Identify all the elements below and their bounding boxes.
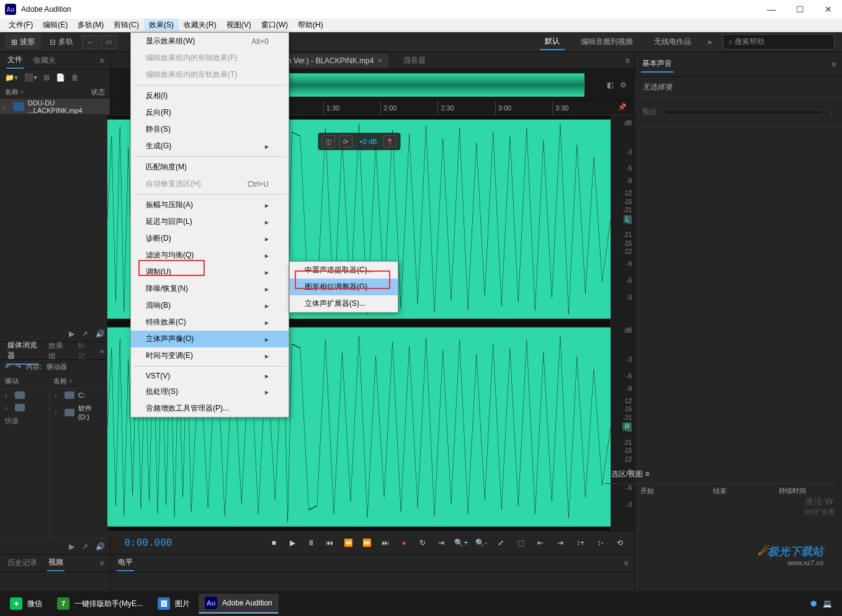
effects-menu-item[interactable]: 混响(B)▸ — [131, 297, 289, 314]
effects-menu-item[interactable]: 反相(I) — [131, 87, 289, 104]
marker-tab[interactable]: 标记 — [76, 338, 91, 364]
zoom-sel-icon[interactable]: ⬚ — [514, 536, 527, 550]
preset-select[interactable] — [665, 110, 822, 115]
mode-waveform[interactable]: ⊞ 波形 — [5, 34, 41, 50]
effects-menu-item[interactable]: 生成(G)▸ — [131, 138, 289, 154]
zoom-in-time-icon[interactable]: ⇤ — [534, 536, 547, 550]
effects-menu-item[interactable]: 匹配响度(M) — [131, 159, 289, 176]
preset-menu-icon[interactable]: ⋮ — [827, 108, 835, 117]
drive-item[interactable]: › — [0, 401, 49, 414]
menu-edit[interactable]: 编辑(E) — [38, 19, 73, 32]
effects-menu-item[interactable]: 反向(R) — [131, 104, 289, 121]
effects-menu-item[interactable]: 延迟与回声(L)▸ — [131, 213, 289, 230]
multitrack-new-icon[interactable]: ⊞ — [43, 73, 50, 82]
record-icon[interactable]: ⬛▾ — [24, 73, 37, 82]
close-tab-icon[interactable]: × — [377, 56, 382, 65]
effects-menu-item[interactable]: 音频增效工具管理器(P)... — [131, 400, 289, 417]
task-typeset[interactable]: 7 一键排版助手(MyE... — [51, 594, 149, 614]
task-wechat[interactable]: ✦ 微信 — [4, 594, 48, 614]
zoom-in-icon[interactable]: 🔍+ — [454, 536, 468, 550]
stereo-submenu-item[interactable]: 中置声道提取器(C)... — [290, 262, 398, 279]
forward-button[interactable]: ⏩ — [360, 536, 374, 550]
panel-menu-icon[interactable]: ≡ — [99, 559, 104, 568]
col-name[interactable]: 名称 ↑ — [5, 87, 91, 97]
files-tab[interactable]: 文件 — [6, 52, 24, 69]
menu-help[interactable]: 帮助(H) — [293, 19, 328, 32]
zoom-out-icon[interactable]: 🔍- — [474, 536, 488, 550]
col-status[interactable]: 状态 — [91, 87, 105, 97]
record-button[interactable]: ● — [397, 536, 411, 550]
stereo-submenu-item[interactable]: 图形相位调整器(G)... — [290, 279, 398, 295]
effects-menu-item[interactable]: 振幅与压限(A)▸ — [131, 197, 289, 213]
menu-window[interactable]: 窗口(W) — [256, 19, 293, 32]
autoplay-icon[interactable]: 🔊 — [96, 542, 105, 551]
mb-fwd-icon[interactable]: ↷ — [16, 363, 21, 371]
timecode[interactable]: 0:00.000 — [118, 537, 242, 548]
drive-item[interactable]: › — [0, 389, 49, 401]
effects-menu-item[interactable]: 降噪/恢复(N)▸ — [131, 280, 289, 297]
zoom-out-time-icon[interactable]: ⇥ — [553, 536, 567, 550]
mode-multitrack[interactable]: ⊟ 多轨 — [43, 34, 79, 50]
tray-monitor-icon[interactable]: 💻 — [823, 599, 832, 608]
effects-group-tab[interactable]: 效果组 — [47, 338, 68, 364]
toolbar-icon-1[interactable]: ↔ — [82, 35, 98, 49]
effects-menu-item[interactable]: VST(V)▸ — [131, 368, 289, 383]
favorites-tab[interactable]: 收藏夹 — [32, 53, 57, 68]
menu-favorites[interactable]: 收藏夹(R) — [179, 19, 222, 32]
sel-view-tab[interactable]: 选区/视图 — [611, 470, 643, 478]
loop-button[interactable]: ↻ — [416, 536, 429, 550]
level-tab[interactable]: 电平 — [117, 555, 134, 571]
panel-menu-icon[interactable]: ≡ — [625, 56, 629, 65]
media-browser-tab[interactable]: 媒体浏览器 — [6, 337, 38, 365]
menu-view[interactable]: 视图(V) — [222, 19, 256, 32]
close-button[interactable]: ✕ — [820, 4, 837, 14]
zoom-amp-out-icon[interactable]: ↕- — [593, 536, 607, 550]
pin-icon[interactable]: 📌 — [618, 103, 627, 111]
panel-menu-icon[interactable]: ≡ — [831, 60, 836, 69]
go-end-button[interactable]: ⏭ — [378, 536, 392, 550]
toolbar-icon-2[interactable]: ▭ — [101, 35, 117, 49]
workspace-edit-audio-video[interactable]: 编辑音频到视频 — [576, 34, 638, 50]
panel-menu-icon[interactable]: ≡ — [624, 559, 628, 568]
stereo-submenu-item[interactable]: 立体声扩展器(S)... — [290, 295, 398, 312]
skip-selection-button[interactable]: ⇥ — [434, 536, 448, 550]
drive-d-item[interactable]: ›软件 (D:) — [50, 401, 109, 423]
effects-menu-item[interactable]: 调制(U)▸ — [131, 264, 289, 280]
effects-menu-item[interactable]: 特殊效果(C)▸ — [131, 314, 289, 331]
menu-multitrack[interactable]: 多轨(M) — [73, 19, 109, 32]
spectral-icon[interactable]: ◧ — [607, 81, 614, 89]
zoom-reset-icon[interactable]: ⟲ — [613, 536, 627, 550]
menu-clip[interactable]: 剪辑(C) — [109, 19, 144, 32]
task-pictures[interactable]: 🖼 图片 — [151, 594, 196, 614]
rewind-button[interactable]: ⏪ — [341, 536, 355, 550]
mb-up-icon[interactable]: ↶ — [5, 363, 11, 371]
play-icon[interactable]: ▶ — [69, 542, 74, 551]
workspace-radio[interactable]: 无线电作品 — [649, 34, 696, 50]
hud-pitch-icon[interactable]: ⟳ — [339, 135, 352, 148]
effects-menu-item[interactable]: 滤波与均衡(Q)▸ — [131, 247, 289, 264]
effects-menu-item[interactable]: 诊断(D)▸ — [131, 230, 289, 247]
file-row[interactable]: › DDU-DU ...LACKPINK.mp4 — [0, 99, 110, 114]
go-start-button[interactable]: ⏮ — [323, 536, 336, 550]
trash-icon[interactable]: 🗑 — [71, 73, 79, 82]
export-icon[interactable]: ↗ — [82, 542, 88, 551]
pause-button[interactable]: ⏸ — [304, 536, 318, 550]
open-file-icon[interactable]: 📁▾ — [5, 73, 18, 82]
export-icon[interactable]: ↗ — [82, 329, 88, 338]
settings-icon[interactable]: ⚙ — [620, 81, 627, 89]
minimize-button[interactable]: — — [763, 4, 780, 14]
insert-icon[interactable]: 📄 — [56, 73, 65, 82]
effects-menu-item[interactable]: 时间与变调(E)▸ — [131, 347, 289, 364]
history-tab[interactable]: 历史记录 — [6, 555, 38, 571]
menu-effects[interactable]: 效果(S) — [144, 19, 179, 32]
workspace-more-icon[interactable]: » — [707, 38, 712, 47]
workspace-default[interactable]: 默认 — [540, 33, 565, 50]
panel-menu-icon[interactable]: ≡ — [99, 56, 104, 65]
search-help-input[interactable]: ⌕ 搜索帮助 — [723, 34, 835, 50]
video-tab[interactable]: 视频 — [47, 555, 65, 571]
tray-cube-icon[interactable]: ⬢ — [810, 599, 817, 608]
drive-c-item[interactable]: ›C: — [50, 389, 109, 401]
effects-menu-item[interactable]: 静音(S) — [131, 121, 289, 138]
stop-button[interactable]: ■ — [267, 536, 280, 550]
panel-menu-icon[interactable]: » — [100, 347, 104, 355]
